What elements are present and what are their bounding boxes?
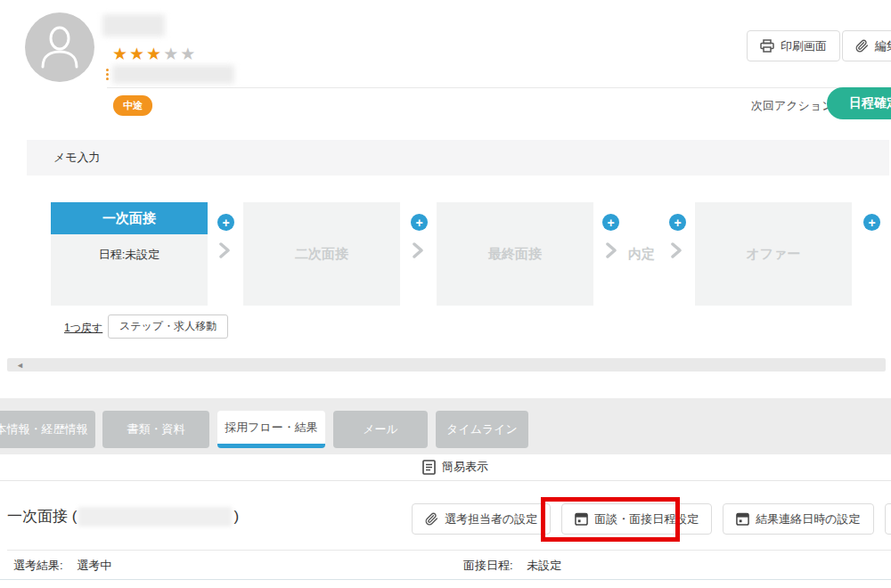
job-title-redacted	[78, 507, 232, 527]
tab-mail[interactable]: メール	[333, 411, 428, 448]
print-screen-button[interactable]: 印刷画面	[747, 30, 840, 61]
candidate-name-redacted	[102, 14, 165, 37]
star-icon: ★	[112, 45, 129, 63]
chevron-right-icon	[605, 242, 617, 258]
interview-schedule-settings-button[interactable]: 面談・面接日程設定	[561, 503, 712, 535]
add-step-button[interactable]: +	[863, 214, 880, 231]
next-action-label: 次回アクション:	[751, 98, 837, 114]
rating-stars[interactable]: ★★★★★	[112, 44, 197, 64]
interview-schedule-value: 未設定	[527, 559, 561, 572]
next-action-button[interactable]: 日程確定	[827, 87, 891, 119]
print-screen-label: 印刷画面	[781, 38, 827, 54]
flow-step-schedule-status: 日程:未設定	[51, 234, 208, 263]
star-icon: ★	[146, 45, 163, 63]
flow-step-first-interview[interactable]: 一次面接 日程:未設定	[51, 202, 208, 306]
memo-input-label: メモ入力	[53, 150, 101, 166]
star-icon: ★	[180, 45, 197, 63]
tab-timeline[interactable]: タイムライン	[436, 411, 528, 448]
avatar	[25, 12, 94, 82]
next-action-button-label: 日程確定	[849, 95, 891, 111]
undo-step-link[interactable]: 1つ戻す	[64, 321, 102, 336]
selection-result-row: 選考結果: 選考中	[13, 558, 111, 574]
contact-icon-redacted	[106, 69, 110, 80]
step-action-buttons: 選考担当者の設定 面談・面接日程設定 結果連絡日時の設定 動画面接	[412, 503, 891, 535]
chevron-right-icon	[218, 242, 231, 258]
candidate-type-badge: 中途	[113, 95, 152, 116]
paperclip-icon	[425, 512, 438, 526]
bottom-divider	[0, 579, 891, 580]
assignee-settings-button[interactable]: 選考担当者の設定	[412, 503, 551, 535]
memo-input[interactable]: メモ入力	[27, 140, 889, 176]
person-icon	[40, 26, 79, 69]
printer-icon	[760, 39, 774, 53]
flow-horizontal-scrollbar[interactable]: ◄	[7, 358, 886, 372]
tab-basic-info[interactable]: 基本情報・経歴情報	[0, 411, 95, 448]
header-divider	[107, 87, 888, 88]
star-icon: ★	[163, 45, 180, 63]
result-contact-datetime-button[interactable]: 結果連絡日時の設定	[723, 503, 873, 535]
chevron-right-icon	[412, 242, 424, 258]
selection-result-label: 選考結果:	[13, 559, 63, 572]
flow-step-offer[interactable]: オファー	[695, 202, 852, 306]
simple-view-label: 簡易表示	[442, 459, 488, 475]
edit-button[interactable]: 編集	[842, 30, 891, 61]
flow-step-second-interview[interactable]: 二次面接	[243, 202, 400, 306]
flow-step-offer-decision[interactable]: 内定	[628, 246, 655, 263]
scroll-left-arrow-icon[interactable]: ◄	[7, 361, 24, 370]
add-step-button[interactable]: +	[602, 214, 619, 231]
tab-documents[interactable]: 書類・資料	[102, 411, 209, 448]
add-step-button[interactable]: +	[217, 214, 234, 231]
add-step-button[interactable]: +	[669, 214, 686, 231]
video-interview-button[interactable]: 動画面接	[885, 503, 891, 535]
row-divider	[7, 550, 891, 551]
simple-view-toggle[interactable]: 簡易表示	[422, 455, 488, 478]
calendar-icon	[575, 512, 588, 526]
section-title: 一次面接 ( )	[7, 506, 239, 527]
tab-hiring-flow-results[interactable]: 採用フロー・結果	[217, 411, 325, 448]
star-icon: ★	[129, 45, 146, 63]
flow-step-header: 一次面接	[51, 202, 208, 234]
move-step-job-button[interactable]: ステップ・求人移動	[108, 314, 228, 339]
flow-step-final-interview[interactable]: 最終面接	[437, 202, 593, 306]
document-icon	[422, 460, 436, 475]
chevron-right-icon	[670, 242, 683, 258]
paperclip-icon	[855, 39, 869, 53]
add-step-button[interactable]: +	[411, 214, 428, 231]
edit-label: 編集	[875, 38, 891, 54]
selection-result-value: 選考中	[77, 559, 111, 572]
candidate-contact-redacted	[112, 65, 234, 84]
calendar-icon	[736, 512, 749, 526]
section-divider	[0, 480, 891, 481]
interview-schedule-label: 面接日程:	[463, 559, 513, 572]
interview-schedule-row: 面接日程: 未設定	[463, 558, 561, 574]
